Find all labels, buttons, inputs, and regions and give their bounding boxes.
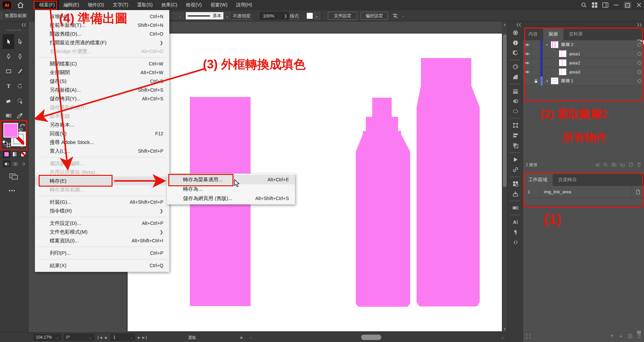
file-menu-item[interactable]: 開啟舊檔(O)...Ctrl+O [35,30,169,38]
artboard-page-icon[interactable] [631,186,644,198]
search-icon[interactable] [603,162,608,168]
export-submenu-item[interactable]: 轉存為螢幕適用...Alt+Ctrl+E [167,175,295,184]
export-submenu-item[interactable]: 儲存為網頁用 (舊版)...Alt+Shift+Ctrl+S [167,194,295,203]
arrange-documents-icon[interactable] [602,2,608,8]
expand-icon[interactable] [526,334,531,340]
layer-target-circle[interactable] [634,77,644,86]
layer-thumbnail[interactable] [559,68,567,76]
file-menu-item[interactable]: 儲存(S)Ctrl+S [35,77,169,86]
menubar-item[interactable]: 物件(O) [84,0,109,10]
new-layer-icon[interactable] [628,162,633,168]
file-menu-item[interactable]: 全部關閉Alt+Ctrl+W [35,68,169,77]
stroke-preset-dropdown[interactable]: ⌄ [224,12,230,19]
hscroll-right-icon[interactable]: › [502,335,503,340]
trash-icon[interactable] [637,162,642,168]
layer-thumbnail[interactable] [551,41,559,48]
file-menu-item[interactable]: 轉存選取範圍... [35,185,169,194]
fill-dropdown[interactable]: ⌄ [170,12,184,19]
style-label[interactable]: 樣式: [290,13,300,20]
paintbrush-tool[interactable] [14,64,26,79]
file-menu-item[interactable]: 搜尋 Adobe Stock... [35,138,169,147]
tab-layers[interactable]: 圖層 [543,28,563,40]
shape-builder-tool[interactable] [14,93,26,108]
draw-behind-icon[interactable] [11,160,19,167]
stroke-lines-icon[interactable] [511,86,520,96]
file-menu-item[interactable]: 關閉檔案(C)Ctrl+W [35,59,169,68]
file-menu-item[interactable]: 打開最近使用過的檔案(F)❯ [35,38,169,47]
dock-group-grip[interactable] [510,58,520,62]
collapse-dock-icon[interactable]: ❮❮ [516,23,521,27]
opacity-more-button[interactable]: ❯ [283,12,289,19]
stroke-preset-box[interactable]: 基本 [186,12,223,19]
search-icon[interactable] [581,2,587,8]
next-artboard-icon[interactable]: ▶ ▶❙ [138,336,147,339]
color-slider-icon[interactable] [511,203,520,213]
layer-target-circle[interactable] [634,49,644,58]
dock-group-grip[interactable] [510,116,520,120]
visibility-eye-icon[interactable] [523,67,532,77]
layer-row-圖層-2[interactable]: 圖層 2 [523,40,644,49]
move-up-icon[interactable] [609,334,614,340]
align-dropdown-icon[interactable]: ⌄ [402,14,404,17]
default-fill-stroke-icon[interactable] [2,140,8,146]
file-menu-item[interactable]: 置入(L)...Shift+Ctrl+P [35,147,169,155]
tab-properties[interactable]: 內容 [523,28,543,40]
rotation-select[interactable]: 0°⌄ [64,334,94,341]
file-menu-item[interactable]: 在 Bridge 中瀏覽...Alt+Ctrl+O [35,47,169,56]
menubar-item[interactable]: 檢視(V) [182,0,206,10]
mask-icon[interactable] [611,162,616,168]
curvature-tool[interactable] [14,49,26,64]
info-icon[interactable] [511,38,520,48]
zoom-select[interactable]: 104.17%⌄ [34,334,61,341]
artboards-grid-icon[interactable] [511,179,520,189]
visibility-eye-icon[interactable] [523,40,532,49]
opentype-icon[interactable]: O [511,237,520,247]
restore-button[interactable] [624,2,631,8]
file-menu-item[interactable]: 另存新檔(A)...Shift+Ctrl+S [35,86,169,94]
type-tool[interactable]: T [3,79,14,93]
vertical-scroll-thumb[interactable] [503,34,507,187]
tab-artboards[interactable]: 工作區域 [523,174,553,186]
artboard-number-field[interactable]: 1⌄ [111,334,135,341]
new-item-icon[interactable] [628,334,633,340]
palette-icon[interactable] [511,62,520,72]
wheel-icon[interactable] [511,28,520,38]
dock-group-grip[interactable] [510,82,520,86]
menubar-item[interactable]: 編輯(E) [59,0,84,10]
visibility-eye-icon[interactable] [523,49,532,58]
layer-target-circle[interactable] [634,58,644,67]
character-icon[interactable]: A [511,217,520,227]
menubar-item[interactable]: 檔案(F) [35,0,59,10]
fill-color-swatch[interactable] [3,123,18,138]
hscroll-left-icon[interactable]: ‹ [250,335,251,340]
swap-fill-stroke-icon[interactable] [19,122,26,128]
file-menu-item[interactable]: 轉存(E)❯ [35,177,169,185]
menubar-item[interactable]: 文字(T) [109,0,133,10]
lock-empty[interactable] [532,40,541,49]
layer-row-圖層-1[interactable]: 圖層 1 [523,77,644,86]
dock-group-grip[interactable] [510,199,520,203]
layer-name[interactable]: area2 [569,60,634,65]
minimize-button[interactable] [613,2,619,8]
file-menu-item[interactable]: 邀請參與編輯... [35,159,169,168]
status-expand-icon[interactable]: ▶ [241,336,243,339]
selection-tool[interactable] [3,34,14,49]
file-menu-item[interactable]: 版本記錄 [35,112,169,120]
menubar-item[interactable]: 選取(S) [133,0,157,10]
style-dropdown[interactable]: ⌄ [313,12,320,19]
opacity-label[interactable]: 不透明度: [233,13,252,20]
tools-grip[interactable] [7,30,22,31]
asset-export-icon[interactable] [511,189,520,199]
paragraph-icon[interactable]: ¶ [511,227,520,237]
new-sublayer-icon[interactable] [620,162,625,168]
pen-tool[interactable] [3,49,14,64]
layer-name[interactable]: 圖層 1 [561,78,634,84]
document-setup-button[interactable]: 文件設定 [328,12,357,20]
tab-asset-export[interactable]: 資產轉存 [553,174,582,186]
area2-bottle[interactable] [356,98,410,307]
file-menu-item[interactable]: 檔案資訊(I)...Alt+Shift+Ctrl+I [35,236,169,245]
gradient-button[interactable] [11,150,19,158]
file-menu-item[interactable]: 共用以供審核 (Beta)... [35,168,169,177]
layer-row-area3[interactable]: area3 [523,67,644,77]
dock-group-grip[interactable] [510,150,520,154]
